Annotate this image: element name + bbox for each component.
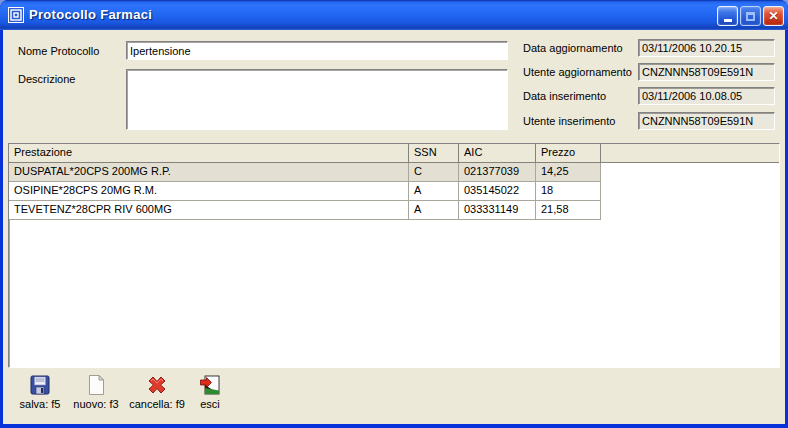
column-header-filler (601, 144, 779, 162)
window-protocollo-farmaci: Protocollo Farmaci ✕ Nome Protocollo Des… (0, 0, 788, 428)
dialog-content: Nome Protocollo Descrizione Data aggiorn… (3, 30, 785, 424)
descrizione-label: Descrizione (18, 73, 75, 85)
window-controls: ✕ (717, 6, 784, 26)
cell-prestazione: DUSPATAL*20CPS 200MG R.P. (9, 163, 409, 182)
exit-icon (199, 374, 221, 396)
cell-ssn: C (409, 163, 459, 182)
close-icon: ✕ (768, 10, 778, 22)
column-header-aic: AIC (459, 144, 536, 162)
data-aggiornamento-label: Data aggiornamento (523, 42, 623, 54)
table-row[interactable]: DUSPATAL*20CPS 200MG R.P. C 021377039 14… (9, 163, 601, 182)
new-document-icon (85, 374, 107, 396)
data-aggiornamento-value: 03/11/2006 10.20.15 (638, 39, 775, 57)
cell-ssn: A (409, 182, 459, 201)
floppy-disk-icon (29, 374, 51, 396)
nuovo-label: nuovo: f3 (73, 398, 118, 410)
column-header-ssn: SSN (409, 144, 459, 162)
cell-prezzo: 21,58 (536, 201, 601, 220)
esci-label: esci (200, 398, 220, 410)
cell-ssn: A (409, 201, 459, 220)
cell-aic: 021377039 (459, 163, 536, 182)
cell-aic: 035145022 (459, 182, 536, 201)
cell-prestazione: OSIPINE*28CPS 20MG R.M. (9, 182, 409, 201)
utente-aggiornamento-label: Utente aggiornamento (523, 66, 632, 78)
nuovo-button[interactable]: nuovo: f3 (66, 374, 126, 418)
farmaci-table: Prestazione SSN AIC Prezzo DUSPATAL*20CP… (8, 143, 780, 368)
red-x-icon (146, 374, 168, 396)
window-title: Protocollo Farmaci (29, 7, 152, 22)
utente-inserimento-value: CNZNNN58T09E591N (638, 112, 775, 130)
minimize-icon (724, 19, 732, 22)
cell-aic: 033331149 (459, 201, 536, 220)
utente-inserimento-label: Utente inserimento (523, 115, 615, 127)
salva-label: salva: f5 (20, 398, 61, 410)
cell-prezzo: 18 (536, 182, 601, 201)
descrizione-textarea[interactable] (126, 69, 508, 130)
column-header-prezzo: Prezzo (536, 144, 601, 162)
data-inserimento-value: 03/11/2006 10.08.05 (638, 87, 775, 105)
nome-protocollo-input[interactable] (126, 41, 508, 60)
maximize-icon (746, 12, 755, 21)
minimize-button[interactable] (717, 6, 738, 26)
cancella-label: cancella: f9 (129, 398, 185, 410)
esci-button[interactable]: esci (191, 374, 229, 418)
titlebar[interactable]: Protocollo Farmaci ✕ (0, 0, 788, 30)
table-row[interactable]: TEVETENZ*28CPR RIV 600MG A 033331149 21,… (9, 201, 601, 220)
nome-protocollo-label: Nome Protocollo (18, 45, 99, 57)
cell-prestazione: TEVETENZ*28CPR RIV 600MG (9, 201, 409, 220)
utente-aggiornamento-value: CNZNNN58T09E591N (638, 63, 775, 81)
window-icon (8, 7, 24, 23)
salva-button[interactable]: salva: f5 (10, 374, 70, 418)
cancella-button[interactable]: cancella: f9 (124, 374, 190, 418)
maximize-button[interactable] (740, 6, 761, 26)
table-row[interactable]: OSIPINE*28CPS 20MG R.M. A 035145022 18 (9, 182, 601, 201)
close-button[interactable]: ✕ (763, 6, 784, 26)
table-header-row: Prestazione SSN AIC Prezzo (9, 144, 779, 163)
data-inserimento-label: Data inserimento (523, 90, 606, 102)
cell-prezzo: 14,25 (536, 163, 601, 182)
column-header-prestazione: Prestazione (9, 144, 409, 162)
